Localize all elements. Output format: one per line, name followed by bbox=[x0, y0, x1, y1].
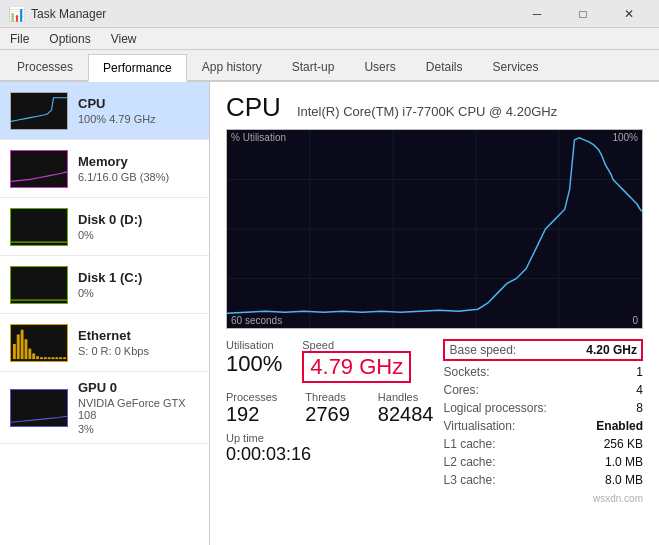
svg-rect-5 bbox=[32, 353, 35, 359]
ethernet-detail: S: 0 R: 0 Kbps bbox=[78, 345, 149, 357]
gpu-info: GPU 0 NVIDIA GeForce GTX 108 3% bbox=[78, 380, 199, 435]
menu-view[interactable]: View bbox=[101, 28, 147, 49]
handles-value: 82484 bbox=[378, 403, 434, 426]
content-subtitle: Intel(R) Core(TM) i7-7700K CPU @ 4.20GHz bbox=[297, 104, 557, 119]
threads-block: Threads 2769 bbox=[305, 391, 350, 426]
maximize-button[interactable]: □ bbox=[561, 0, 605, 28]
svg-rect-4 bbox=[28, 348, 31, 358]
svg-rect-13 bbox=[63, 357, 66, 359]
content-title: CPU bbox=[226, 92, 281, 123]
info-panel: Base speed: 4.20 GHz Sockets: 1 Cores: 4… bbox=[443, 339, 643, 489]
sidebar-item-ethernet[interactable]: Ethernet S: 0 R: 0 Kbps bbox=[0, 314, 209, 372]
threads-label: Threads bbox=[305, 391, 350, 403]
handles-block: Handles 82484 bbox=[378, 391, 434, 426]
ethernet-thumbnail bbox=[10, 324, 68, 362]
speed-block: Speed 4.79 GHz bbox=[302, 339, 411, 383]
cpu-name: CPU bbox=[78, 96, 156, 111]
sidebar-item-gpu[interactable]: GPU 0 NVIDIA GeForce GTX 108 3% bbox=[0, 372, 209, 444]
processes-block: Processes 192 bbox=[226, 391, 277, 426]
sidebar-item-disk0[interactable]: Disk 0 (D:) 0% bbox=[0, 198, 209, 256]
utilisation-value: 100% bbox=[226, 351, 282, 377]
tab-services[interactable]: Services bbox=[477, 52, 553, 80]
menu-options[interactable]: Options bbox=[39, 28, 100, 49]
tab-users[interactable]: Users bbox=[349, 52, 410, 80]
sockets-value: 1 bbox=[636, 365, 643, 379]
svg-rect-7 bbox=[40, 357, 43, 359]
cpu-graph-svg bbox=[227, 130, 642, 328]
processes-row: Processes 192 Threads 2769 Handles 82484 bbox=[226, 391, 433, 426]
uptime-block: Up time 0:00:03:16 bbox=[226, 432, 433, 465]
tab-app-history[interactable]: App history bbox=[187, 52, 277, 80]
ethernet-info: Ethernet S: 0 R: 0 Kbps bbox=[78, 328, 149, 357]
window-controls: ─ □ ✕ bbox=[515, 0, 651, 28]
gpu-thumbnail bbox=[10, 389, 68, 427]
cpu-detail: 100% 4.79 GHz bbox=[78, 113, 156, 125]
sidebar-item-disk1[interactable]: Disk 1 (C:) 0% bbox=[0, 256, 209, 314]
disk1-detail: 0% bbox=[78, 287, 142, 299]
utilisation-speed-row: Utilisation 100% Speed 4.79 GHz bbox=[226, 339, 433, 383]
svg-rect-10 bbox=[52, 357, 55, 359]
svg-rect-1 bbox=[17, 334, 20, 359]
svg-rect-9 bbox=[48, 357, 51, 359]
cpu-graph-container: % Utilisation 100% 60 seconds 0 bbox=[226, 129, 643, 329]
tab-details[interactable]: Details bbox=[411, 52, 478, 80]
threads-value: 2769 bbox=[305, 403, 350, 426]
disk1-name: Disk 1 (C:) bbox=[78, 270, 142, 285]
content-area: CPU Intel(R) Core(TM) i7-7700K CPU @ 4.2… bbox=[210, 82, 659, 545]
speed-label: Speed bbox=[302, 339, 411, 351]
svg-rect-12 bbox=[59, 357, 62, 359]
watermark: wsxdn.com bbox=[226, 493, 643, 504]
logical-label: Logical processors: bbox=[443, 401, 546, 415]
graph-x-end: 0 bbox=[632, 315, 638, 326]
app-icon: 📊 bbox=[8, 6, 25, 22]
memory-info: Memory 6.1/16.0 GB (38%) bbox=[78, 154, 169, 183]
logical-processors-row: Logical processors: 8 bbox=[443, 399, 643, 417]
speed-value: 4.79 GHz bbox=[302, 351, 411, 383]
gpu-detail2: 3% bbox=[78, 423, 199, 435]
tab-startup[interactable]: Start-up bbox=[277, 52, 350, 80]
l3-cache-row: L3 cache: 8.0 MB bbox=[443, 471, 643, 489]
titlebar: 📊 Task Manager ─ □ ✕ bbox=[0, 0, 659, 28]
sockets-label: Sockets: bbox=[443, 365, 489, 379]
svg-rect-3 bbox=[25, 339, 28, 359]
ethernet-name: Ethernet bbox=[78, 328, 149, 343]
left-stats: Utilisation 100% Speed 4.79 GHz Processe… bbox=[226, 339, 433, 473]
l1-cache-row: L1 cache: 256 KB bbox=[443, 435, 643, 453]
cpu-info: CPU 100% 4.79 GHz bbox=[78, 96, 156, 125]
gpu-name: GPU 0 bbox=[78, 380, 199, 395]
tab-processes[interactable]: Processes bbox=[2, 52, 88, 80]
tab-performance[interactable]: Performance bbox=[88, 54, 187, 82]
virtualisation-row: Virtualisation: Enabled bbox=[443, 417, 643, 435]
graph-y-label: % Utilisation bbox=[231, 132, 286, 143]
gpu-detail: NVIDIA GeForce GTX 108 bbox=[78, 397, 199, 421]
handles-label: Handles bbox=[378, 391, 434, 403]
logical-value: 8 bbox=[636, 401, 643, 415]
sidebar-item-memory[interactable]: Memory 6.1/16.0 GB (38%) bbox=[0, 140, 209, 198]
menu-file[interactable]: File bbox=[0, 28, 39, 49]
svg-rect-11 bbox=[55, 357, 58, 359]
uptime-label: Up time bbox=[226, 432, 433, 444]
utilisation-block: Utilisation 100% bbox=[226, 339, 282, 383]
svg-rect-2 bbox=[21, 329, 24, 358]
close-button[interactable]: ✕ bbox=[607, 0, 651, 28]
virtualisation-label: Virtualisation: bbox=[443, 419, 515, 433]
svg-rect-6 bbox=[36, 356, 39, 359]
l2-value: 1.0 MB bbox=[605, 455, 643, 469]
cores-value: 4 bbox=[636, 383, 643, 397]
processes-value: 192 bbox=[226, 403, 277, 426]
disk1-info: Disk 1 (C:) 0% bbox=[78, 270, 142, 299]
base-speed-value: 4.20 GHz bbox=[586, 343, 637, 357]
tabbar: Processes Performance App history Start-… bbox=[0, 50, 659, 82]
sockets-row: Sockets: 1 bbox=[443, 363, 643, 381]
svg-rect-8 bbox=[44, 357, 47, 359]
l2-label: L2 cache: bbox=[443, 455, 495, 469]
disk0-info: Disk 0 (D:) 0% bbox=[78, 212, 142, 241]
sidebar-item-cpu[interactable]: CPU 100% 4.79 GHz bbox=[0, 82, 209, 140]
cores-row: Cores: 4 bbox=[443, 381, 643, 399]
utilisation-label: Utilisation bbox=[226, 339, 282, 351]
cores-label: Cores: bbox=[443, 383, 478, 397]
cpu-thumbnail bbox=[10, 92, 68, 130]
disk0-detail: 0% bbox=[78, 229, 142, 241]
disk0-name: Disk 0 (D:) bbox=[78, 212, 142, 227]
minimize-button[interactable]: ─ bbox=[515, 0, 559, 28]
